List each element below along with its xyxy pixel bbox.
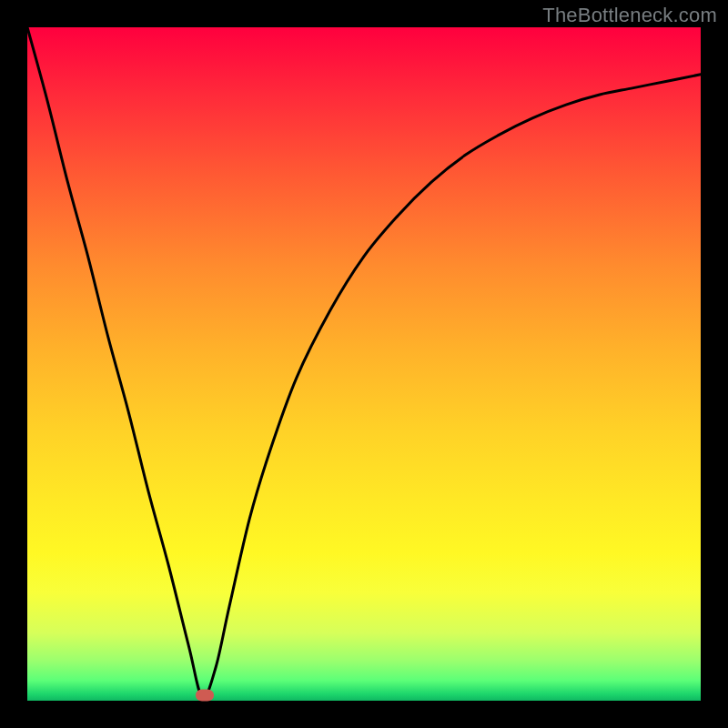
plot-area [27, 27, 701, 701]
chart-frame: TheBottleneck.com [0, 0, 728, 728]
bottleneck-curve [27, 27, 701, 698]
watermark-text: TheBottleneck.com [542, 4, 717, 27]
minimum-marker [196, 690, 214, 702]
curve-svg [27, 27, 701, 701]
